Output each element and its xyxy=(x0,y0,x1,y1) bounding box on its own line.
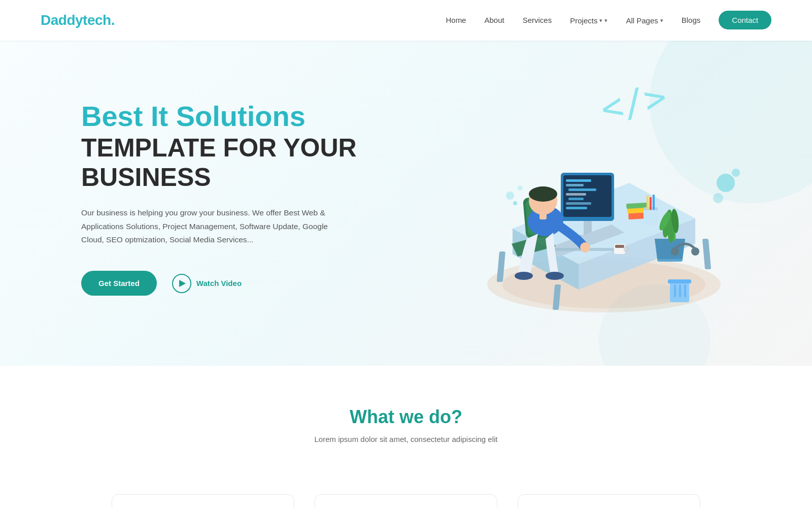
svg-point-41 xyxy=(668,225,674,243)
svg-point-53 xyxy=(671,247,679,256)
watch-video-button[interactable]: Watch Video xyxy=(172,274,242,293)
svg-rect-22 xyxy=(566,207,587,209)
nav-all-pages[interactable]: All Pages ▾ xyxy=(626,16,663,25)
svg-rect-48 xyxy=(650,197,652,210)
svg-point-32 xyxy=(580,242,590,252)
svg-rect-17 xyxy=(566,184,584,186)
svg-rect-52 xyxy=(615,245,624,248)
service-card-2[interactable] xyxy=(315,494,497,508)
svg-point-30 xyxy=(529,186,557,202)
svg-rect-18 xyxy=(568,188,596,191)
svg-text:</>: </> xyxy=(597,75,670,130)
nav-services[interactable]: Services xyxy=(523,16,552,24)
nav-blogs[interactable]: Blogs xyxy=(682,16,701,24)
svg-point-2 xyxy=(713,193,723,203)
nav-home[interactable]: Home xyxy=(446,16,466,24)
svg-rect-47 xyxy=(647,196,649,210)
hero-svg: </> xyxy=(436,71,751,325)
svg-point-1 xyxy=(717,174,735,192)
svg-rect-57 xyxy=(674,284,676,297)
what-we-do-section: What we do? Lorem ipsum dolor sit amet, … xyxy=(0,366,812,494)
svg-point-3 xyxy=(732,169,740,177)
svg-rect-11 xyxy=(702,239,711,269)
nav-links: Home About Services Projects ▾ All Pages… xyxy=(446,16,771,25)
svg-rect-58 xyxy=(679,284,681,297)
hero-content: Best It Solutions TEMPLATE FOR YOURBUSIN… xyxy=(81,101,357,296)
svg-point-62 xyxy=(513,201,517,205)
cards-row xyxy=(0,494,812,508)
hero-title-dark: TEMPLATE FOR YOURBUSINESS xyxy=(81,134,357,192)
hero-title-blue: Best It Solutions xyxy=(81,101,357,132)
section-subtitle: Lorem ipsum dolor sit amet, consectetur … xyxy=(61,435,751,443)
play-icon xyxy=(172,274,191,293)
section-title: What we do? xyxy=(61,406,751,428)
svg-rect-21 xyxy=(566,202,591,205)
svg-rect-49 xyxy=(653,195,655,210)
hero-actions: Get Started Watch Video xyxy=(81,271,357,296)
service-card-3[interactable] xyxy=(518,494,700,508)
service-card-1[interactable] xyxy=(112,494,294,508)
svg-rect-16 xyxy=(566,179,591,182)
get-started-button[interactable]: Get Started xyxy=(81,271,157,296)
svg-point-61 xyxy=(506,192,514,200)
nav-projects[interactable]: Projects ▾ xyxy=(570,16,607,25)
svg-rect-19 xyxy=(566,193,586,196)
svg-point-34 xyxy=(546,272,564,280)
svg-rect-31 xyxy=(539,211,547,219)
svg-point-60 xyxy=(518,185,523,190)
svg-rect-20 xyxy=(568,198,584,200)
hero-illustration: </> xyxy=(436,71,751,325)
nav-about[interactable]: About xyxy=(484,16,504,24)
navbar: Daddytech. Home About Services Projects … xyxy=(0,0,812,41)
contact-button[interactable]: Contact xyxy=(719,11,771,29)
svg-rect-59 xyxy=(684,284,686,297)
logo[interactable]: Daddytech. xyxy=(41,12,115,28)
hero-description: Our business is helping you grow your bu… xyxy=(81,206,335,246)
hero-section: Best It Solutions TEMPLATE FOR YOURBUSIN… xyxy=(0,41,812,366)
svg-rect-56 xyxy=(668,279,691,283)
svg-rect-45 xyxy=(644,208,658,225)
svg-point-54 xyxy=(691,247,699,256)
svg-point-33 xyxy=(515,272,533,280)
